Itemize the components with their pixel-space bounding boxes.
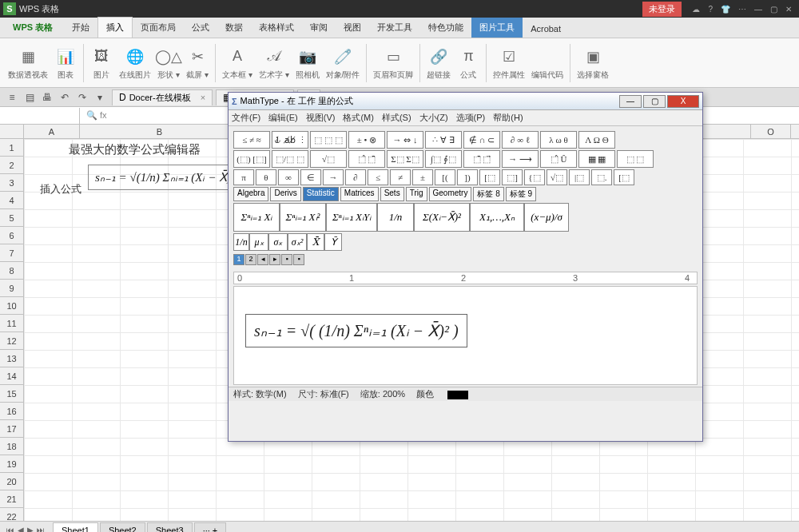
pr3-cell-8[interactable]: ± (412, 169, 433, 185)
row-header-10[interactable]: 10 (0, 297, 24, 315)
mt-category-Algebra[interactable]: Algebra (233, 187, 268, 201)
row-header-13[interactable]: 13 (0, 350, 24, 367)
row-header-7[interactable]: 7 (0, 244, 24, 262)
ribbon-截屏 ▾[interactable]: ✂截屏 ▾ (186, 46, 209, 81)
mt-menu-4[interactable]: 样式(S) (382, 112, 411, 124)
mt-size-label[interactable]: 尺寸: 标准(F) (298, 388, 349, 400)
row-header-14[interactable]: 14 (0, 367, 24, 385)
cell-title-text[interactable]: 最强大的数学公式编辑器 (69, 142, 201, 157)
ribbon-文本框 ▾[interactable]: A文本框 ▾ (222, 46, 252, 81)
select-all-corner[interactable] (0, 125, 24, 138)
mt-template1-6[interactable]: (x−μ)/σ (524, 203, 569, 232)
pr1-cell-6[interactable]: ∉ ∩ ⊂ (463, 131, 500, 149)
pr3-cell-0[interactable]: π (233, 169, 254, 185)
pr3-cell-11[interactable]: [⬚ (479, 169, 500, 185)
row-header-20[interactable]: 20 (0, 473, 24, 490)
doc-tab-0[interactable]: DDocer-在线模板× (112, 89, 213, 105)
ribbon-形状 ▾[interactable]: ◯△形状 ▾ (157, 46, 180, 81)
pr3-cell-14[interactable]: √⬚ (547, 169, 567, 185)
pr3-cell-5[interactable]: ∂ (345, 169, 366, 185)
pr2-cell-6[interactable]: ⬚̄ ⬚⃗ (463, 150, 500, 168)
pr3-cell-1[interactable]: θ (256, 169, 276, 185)
login-button[interactable]: 未登录 (642, 2, 682, 17)
doc-tab-close-0[interactable]: × (201, 93, 205, 102)
mt-category-Geometry[interactable]: Geometry (429, 187, 472, 201)
menu-tab-7[interactable]: 视图 (336, 18, 369, 38)
row-header-17[interactable]: 17 (0, 420, 24, 438)
menu-tab-9[interactable]: 特色功能 (420, 18, 471, 38)
overflow-icon[interactable]: ⋯ (738, 5, 746, 14)
row-header-6[interactable]: 6 (0, 227, 24, 244)
sheet-tab-··· +[interactable]: ··· + (194, 522, 227, 533)
pr2-cell-2[interactable]: √⬚ (310, 150, 347, 168)
pr1-cell-9[interactable]: Λ Ω Θ (578, 131, 615, 149)
embedded-formula-object[interactable]: sₙ₋₁ = √(1/n) Σₙᵢ₌₁ (Xᵢ − X̄)² (88, 165, 242, 190)
quick-icon-5[interactable]: ▾ (93, 90, 107, 105)
ribbon-图表[interactable]: 📊图表 (54, 46, 77, 81)
mt-style-label[interactable]: 样式: 数学(M) (233, 388, 287, 400)
pr1-cell-8[interactable]: λ ω θ (540, 131, 577, 149)
mt-zoom-label[interactable]: 缩放: 200% (360, 388, 405, 400)
pr2-cell-0[interactable]: (⬚) [⬚] (233, 150, 270, 168)
sheet-nav-arrows[interactable]: ⏮◀▶⏭ (5, 526, 46, 532)
col-header-B[interactable]: B (80, 125, 240, 138)
menu-tab-11[interactable]: Acrobat (523, 20, 569, 38)
ribbon-控件属性[interactable]: ☑控件属性 (493, 46, 525, 81)
mt-category-Matrices[interactable]: Matrices (340, 187, 379, 201)
ribbon-照相机[interactable]: 📷照相机 (296, 46, 320, 81)
quick-icon-2[interactable]: 🖶 (40, 90, 54, 105)
mathtype-close-button[interactable]: X (667, 95, 699, 108)
mt-menu-5[interactable]: 大小(Z) (419, 112, 448, 124)
pr3-cell-4[interactable]: → (323, 169, 344, 185)
pr1-cell-1[interactable]: ⫝̸ a̸b̸ ⋮ (272, 131, 308, 149)
menu-tab-4[interactable]: 数据 (217, 18, 251, 38)
mt-template2-1[interactable]: μₓ (249, 233, 268, 251)
row-header-4[interactable]: 4 (0, 192, 24, 209)
row-header-11[interactable]: 11 (0, 315, 24, 332)
pr2-cell-9[interactable]: ▦ ▦ (578, 150, 615, 168)
row-header-12[interactable]: 12 (0, 332, 24, 350)
row-header-21[interactable]: 21 (0, 490, 24, 508)
menu-tab-10[interactable]: 图片工具 (471, 18, 523, 38)
mathtype-titlebar[interactable]: Σ MathType - 在 工作 里的公式 — ▢ X (229, 93, 702, 110)
pr1-cell-2[interactable]: ⬚ ⬚ ⬚ (310, 131, 347, 149)
pr2-cell-5[interactable]: ∫⬚ ∮⬚ (425, 150, 462, 168)
mt-menu-1[interactable]: 编辑(E) (268, 112, 298, 124)
pr1-cell-3[interactable]: ± • ⊗ (348, 131, 385, 149)
col-header-O[interactable]: O (751, 125, 791, 138)
pr3-cell-15[interactable]: |⬚ (569, 169, 590, 185)
sheet-tab-Sheet1[interactable]: Sheet1 (53, 522, 98, 533)
wps-title-tab[interactable]: WPS 表格 (5, 18, 64, 38)
mt-category-Statistic[interactable]: Statistic (303, 187, 339, 201)
pr2-cell-3[interactable]: ⬚̂ ⬚̄ (348, 150, 385, 168)
row-header-15[interactable]: 15 (0, 385, 24, 403)
ribbon-编辑代码[interactable]: 编辑代码 (531, 46, 563, 81)
menu-tab-5[interactable]: 表格样式 (251, 18, 302, 38)
pr2-cell-1[interactable]: ⬚/⬚ ⬚ (272, 150, 308, 168)
mt-tab-5[interactable]: ▪ (293, 254, 304, 265)
mt-template2-5[interactable]: Ȳ (324, 233, 342, 251)
row-header-1[interactable]: 1 (0, 139, 24, 157)
menu-tab-6[interactable]: 审阅 (302, 18, 336, 38)
mt-template1-1[interactable]: Σⁿᵢ₌₁ Xᵢ² (280, 203, 326, 232)
mt-tab-1[interactable]: 2 (245, 254, 256, 265)
skin-icon[interactable]: 👕 (721, 5, 730, 14)
mathtype-minimize-button[interactable]: — (619, 95, 642, 108)
help-icon[interactable]: ? (708, 5, 713, 14)
ribbon-在线图片[interactable]: 🌐在线图片 (119, 46, 151, 81)
row-header-18[interactable]: 18 (0, 438, 24, 455)
mt-template1-4[interactable]: Σ(Xᵢ−X̄)² (414, 203, 470, 232)
pr1-cell-0[interactable]: ≤ ≠ ≈ (233, 131, 270, 149)
pr3-cell-9[interactable]: [( (435, 169, 455, 185)
ribbon-图片[interactable]: 🖼图片 (90, 46, 113, 81)
ribbon-对象/附件[interactable]: 🧷对象/附件 (326, 46, 360, 81)
pr2-cell-10[interactable]: ⬚ ⬚ (617, 150, 654, 168)
minimize-icon[interactable]: — (754, 5, 762, 14)
mt-template2-2[interactable]: σₓ (268, 233, 288, 251)
pr3-cell-10[interactable]: ]) (457, 169, 478, 185)
row-header-9[interactable]: 9 (0, 280, 24, 297)
cell-label-text[interactable]: 插入公式 (40, 182, 81, 197)
pr3-cell-7[interactable]: ≠ (390, 169, 411, 185)
mt-tab-4[interactable]: ▪ (281, 254, 292, 265)
quick-icon-0[interactable]: ≡ (5, 90, 19, 105)
